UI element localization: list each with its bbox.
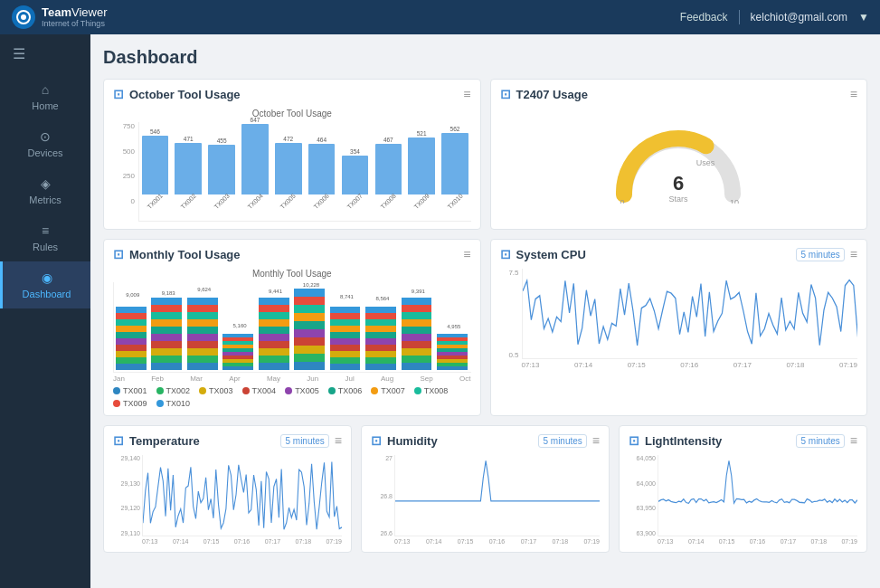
card-header-cpu: ⊡ System CPU 5 minutes ≡ [491, 240, 867, 265]
oct-bar-col: 354TX007 [339, 148, 371, 204]
card-header-temp: ⊡ Temperature 5 minutes ≡ [104, 426, 351, 451]
temp-chart-area: 29,14029,13029,12029,110 [113, 455, 342, 536]
monthly-tool-usage-card: ⊡ Monthly Tool Usage ≡ Monthly Tool Usag… [103, 239, 481, 416]
card-title-humidity: ⊡ Humidity [371, 433, 438, 448]
card-title-monthly: ⊡ Monthly Tool Usage [113, 247, 241, 261]
light-line-chart [658, 455, 857, 536]
light-time-selector[interactable]: 5 minutes [796, 434, 844, 448]
svg-point-2 [21, 14, 26, 20]
card-icon-temp: ⊡ [113, 433, 124, 448]
light-intensity-card: ⊡ LightIntensity 5 minutes ≡ 64,05064,00… [619, 425, 867, 553]
humidity-ylabel: 2726.826.6 [371, 455, 394, 536]
temp-svg [143, 455, 342, 536]
monthly-bar-col: 9,009 [116, 282, 149, 370]
light-menu-icon[interactable]: ≡ [850, 433, 857, 448]
card-menu-light[interactable]: 5 minutes ≡ [796, 433, 857, 448]
oct-bar-col: 471TX002 [173, 136, 204, 204]
card-header-light: ⊡ LightIntensity 5 minutes ≡ [620, 426, 866, 451]
oct-bar-col: 464TX006 [306, 137, 337, 204]
october-tool-usage-card: ⊡ October Tool Usage ≡ October Tool Usag… [103, 79, 481, 230]
bottom-row: ⊡ Temperature 5 minutes ≡ 29,14029,13029… [103, 425, 867, 553]
humidity-xaxis: 07:1307:1407:1507:1607:1707:1807:19 [371, 538, 600, 545]
humidity-chart-area: 2726.826.6 [371, 455, 600, 536]
light-ylabel: 64,05064,00063,95063,900 [629, 455, 658, 536]
sidebar-label-metrics: Metrics [29, 194, 61, 205]
oct-bars-container: 546TX001471TX002455TX003647TX004472TX005… [138, 122, 471, 222]
card-menu-october[interactable]: ≡ [463, 87, 470, 101]
card-menu-monthly[interactable]: ≡ [463, 247, 470, 261]
system-cpu-card: ⊡ System CPU 5 minutes ≡ 7.50.5 [490, 239, 868, 416]
sidebar-label-devices: Devices [27, 147, 62, 158]
main-content: Dashboard ⊡ October Tool Usage ≡ October… [90, 34, 880, 588]
dashboard-icon: ◉ [42, 270, 52, 285]
sidebar-item-dashboard[interactable]: ◉ Dashboard [0, 261, 90, 308]
legend-item: TX007 [371, 386, 405, 395]
humidity-menu-icon[interactable]: ≡ [592, 433, 600, 448]
card-body-cpu: 7.50.5 07:1307:1407:1507:1607:1707:1807:… [491, 265, 867, 376]
t2407-usage-card: ⊡ T2407 Usage ≡ 6 [490, 79, 868, 230]
temp-menu-icon[interactable]: ≡ [335, 433, 342, 448]
card-body-october: October Tool Usage 750 500 250 0 546TX00… [104, 105, 480, 229]
card-menu-cpu[interactable]: 5 minutes ≡ [796, 247, 857, 261]
light-chart-area: 64,05064,00063,95063,900 [629, 455, 857, 536]
humidity-svg [395, 455, 600, 536]
oct-bar-col: 521TX009 [406, 130, 438, 204]
cpu-ylabel: 7.50.5 [500, 269, 522, 359]
card-menu-t2407[interactable]: ≡ [850, 87, 857, 101]
legend-item: TX003 [199, 386, 233, 395]
gauge-area: 6 Stars 0 10 Uses [500, 109, 858, 217]
monthly-bar-col: 4,955 [437, 282, 470, 370]
temp-line-chart [142, 455, 342, 536]
hamburger-button[interactable]: ☰ [0, 34, 90, 73]
app-body: ☰ ⌂ Home ⊙ Devices ◈ Metrics ≡ Rules ◉ D… [0, 34, 880, 588]
card-menu-temp[interactable]: 5 minutes ≡ [280, 433, 342, 448]
user-email: kelchiot@gmail.com [751, 11, 848, 24]
legend-item: TX010 [156, 399, 191, 408]
legend-item: TX002 [156, 386, 191, 395]
humidity-time-selector[interactable]: 5 minutes [538, 434, 586, 448]
card-menu-humidity[interactable]: 5 minutes ≡ [538, 433, 600, 448]
sidebar-item-rules[interactable]: ≡ Rules [0, 214, 90, 261]
sidebar-label-home: Home [32, 100, 58, 111]
card-body-temp: 29,14029,13029,12029,110 07:1307:1407:15… [104, 451, 351, 552]
temp-xaxis: 07:1307:1407:1507:1607:1707:1807:19 [113, 538, 342, 545]
page-title: Dashboard [103, 47, 867, 68]
feedback-link[interactable]: Feedback [680, 11, 728, 24]
card-title-temp: ⊡ Temperature [113, 433, 200, 448]
card-title-october: ⊡ October Tool Usage [113, 87, 241, 101]
cpu-svg [523, 269, 858, 358]
svg-text:Stars: Stars [669, 194, 689, 204]
light-svg [658, 455, 857, 536]
svg-text:10: 10 [730, 198, 739, 204]
card-header-humidity: ⊡ Humidity 5 minutes ≡ [362, 426, 609, 451]
topbar-divider [739, 10, 740, 24]
cpu-time-selector[interactable]: 5 minutes [796, 248, 844, 261]
monthly-bar-col: 8,741 [330, 282, 364, 370]
card-body-light: 64,05064,00063,95063,900 07:1307:1407:15… [620, 451, 866, 552]
card-body-humidity: 2726.826.6 07:1307:1407:1507:1607:1707:1… [362, 451, 609, 552]
sidebar-item-devices[interactable]: ⊙ Devices [0, 120, 90, 167]
monthly-bar-col: 9,391 [402, 282, 435, 370]
card-body-t2407: 6 Stars 0 10 Uses [491, 105, 867, 224]
sidebar-item-metrics[interactable]: ◈ Metrics [0, 167, 90, 214]
legend-item: TX006 [328, 386, 363, 395]
monthly-xaxis: JanFebMarAprMayJunJulAugSepOct [113, 375, 471, 383]
svg-text:Uses: Uses [696, 158, 715, 167]
temperature-card: ⊡ Temperature 5 minutes ≡ 29,14029,13029… [103, 425, 352, 553]
oct-bar-col: 455TX003 [206, 138, 238, 204]
card-icon-light: ⊡ [629, 433, 639, 448]
svg-text:6: 6 [673, 172, 684, 194]
card-header-october: ⊡ October Tool Usage ≡ [104, 80, 480, 105]
card-title-light: ⊡ LightIntensity [629, 433, 722, 448]
oct-bar-chart: 750 500 250 0 546TX001471TX002455TX00364… [113, 122, 471, 222]
cpu-chart-area: 7.50.5 [500, 269, 858, 359]
monthly-bar-col: 9,183 [151, 282, 185, 370]
card-icon-monthly: ⊡ [113, 247, 124, 261]
sidebar-item-home[interactable]: ⌂ Home [0, 73, 90, 120]
cpu-menu-icon[interactable]: ≡ [850, 247, 857, 261]
topbar: TeamViewer Internet of Things Feedback k… [0, 0, 880, 34]
legend-item: TX001 [113, 386, 147, 395]
user-dropdown-icon[interactable]: ▼ [858, 11, 869, 24]
temp-time-selector[interactable]: 5 minutes [280, 434, 328, 448]
card-icon-t2407: ⊡ [500, 87, 511, 101]
